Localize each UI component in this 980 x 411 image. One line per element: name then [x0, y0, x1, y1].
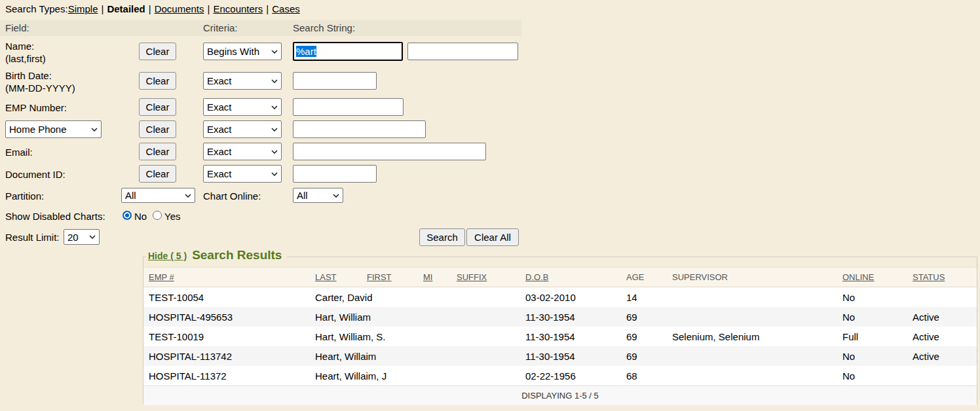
online-cell: No — [839, 307, 909, 327]
document-id-field-label: Document ID: — [5, 168, 66, 181]
name-cell: Heart, Willaim, J — [311, 366, 521, 386]
show-disabled-charts-label: Show Disabled Charts: — [5, 210, 105, 223]
phone-criteria-select[interactable]: Exact — [203, 120, 282, 138]
show-disabled-yes-radio[interactable] — [153, 211, 162, 220]
emp-number-search-input[interactable] — [293, 98, 404, 116]
emp-cell: HOSPITAL-495653 — [143, 307, 311, 327]
chevron-down-icon — [271, 105, 278, 109]
email-criteria-select[interactable]: Exact — [203, 143, 282, 160]
search-results-panel: Hide ( 5 ) Search Results EMP # LAST FIR… — [143, 257, 977, 404]
chevron-down-icon — [271, 172, 278, 176]
tab-documents[interactable]: Documents — [155, 3, 204, 14]
hide-results-link[interactable]: Hide ( 5 ) — [148, 251, 187, 261]
emp-cell: TEST-10019 — [143, 327, 311, 346]
result-row[interactable]: HOSPITAL-495653 Hart, William 11-30-1954… — [143, 307, 977, 327]
emp-cell: TEST-10054 — [143, 287, 311, 308]
result-row[interactable]: HOSPITAL-11372 Heart, Willaim, J 02-22-1… — [143, 366, 977, 386]
result-limit-select[interactable]: 20 — [64, 229, 100, 245]
column-header-mi[interactable]: MI — [419, 268, 453, 287]
column-header-suffix[interactable]: SUFFIX — [453, 268, 521, 287]
document-id-criteria-select[interactable]: Exact — [203, 165, 282, 183]
chevron-down-icon — [89, 235, 96, 239]
phone-clear-button[interactable]: Clear — [139, 120, 176, 138]
name-criteria-select[interactable]: Begins With — [203, 43, 282, 60]
chevron-down-icon — [271, 50, 278, 54]
form-header-bar: Field: Criteria: Search String: — [0, 20, 521, 36]
column-header-first[interactable]: FIRST — [363, 268, 419, 287]
email-clear-button[interactable]: Clear — [139, 143, 176, 160]
online-cell: No — [839, 287, 909, 308]
column-header-online[interactable]: ONLINE — [839, 268, 909, 287]
emp-cell: HOSPITAL-113742 — [143, 346, 311, 366]
partition-field-label: Partition: — [5, 190, 44, 202]
name-field-label: Name:(last,first) — [5, 40, 46, 65]
results-footer-row: DISPLAYING 1-5 / 5 — [143, 386, 977, 406]
email-field-label: Email: — [5, 146, 33, 158]
emp-number-clear-button[interactable]: Clear — [139, 98, 176, 116]
dob-cell: 03-02-2010 — [521, 287, 622, 308]
chevron-down-icon — [333, 194, 339, 198]
name-search-input[interactable]: %art — [293, 42, 403, 61]
criteria-column-header: Criteria: — [203, 22, 238, 33]
chevron-down-icon — [271, 150, 278, 154]
column-header-emp[interactable]: EMP # — [143, 268, 311, 287]
document-id-clear-button[interactable]: Clear — [139, 165, 176, 183]
name-cell: Heart, Willaim — [311, 346, 521, 366]
birth-date-search-input[interactable] — [293, 72, 377, 90]
chevron-down-icon — [91, 128, 98, 132]
document-id-search-input[interactable] — [293, 165, 377, 183]
field-column-header: Field: — [5, 22, 29, 33]
dob-cell: 11-30-1954 — [521, 307, 622, 327]
results-header-row: EMP # LAST FIRST MI SUFFIX D.O.B AGE SUP… — [143, 268, 977, 287]
chevron-down-icon — [271, 128, 278, 132]
chart-online-select[interactable]: All — [293, 188, 343, 203]
show-disabled-no-radio[interactable] — [122, 211, 132, 220]
chevron-down-icon — [185, 194, 191, 198]
emp-number-field-label: EMP Number: — [5, 101, 67, 114]
age-cell: 69 — [622, 346, 668, 366]
birth-date-field-label: Birth Date:(MM-DD-YYYY) — [5, 69, 75, 94]
age-cell: 69 — [622, 327, 668, 346]
column-header-supervisor: SUPERVISOR — [668, 268, 839, 287]
search-results-legend: Hide ( 5 ) Search Results — [146, 248, 287, 262]
name-cell: Hart, William, S. — [311, 327, 521, 346]
chevron-down-icon — [271, 79, 278, 83]
tab-cases[interactable]: Cases — [272, 3, 300, 14]
column-header-status[interactable]: STATUS — [909, 268, 977, 287]
show-disabled-no-label: No — [134, 210, 147, 223]
result-row[interactable]: HOSPITAL-113742 Heart, Willaim 11-30-195… — [143, 346, 977, 366]
partition-select[interactable]: All — [121, 188, 195, 203]
result-row[interactable]: TEST-10054 Carter, David 03-02-2010 14 N… — [143, 287, 977, 308]
emp-cell: HOSPITAL-11372 — [143, 366, 311, 386]
age-cell: 69 — [622, 307, 668, 327]
email-search-input[interactable] — [293, 143, 486, 160]
phone-search-input[interactable] — [293, 120, 426, 138]
name-clear-button[interactable]: Clear — [139, 43, 176, 60]
status-cell: Active — [909, 327, 977, 346]
phone-type-select[interactable]: Home Phone — [5, 120, 102, 138]
supervisor-cell — [668, 287, 839, 308]
emp-number-criteria-select[interactable]: Exact — [203, 98, 282, 116]
age-cell: 68 — [622, 366, 668, 386]
birth-date-criteria-select[interactable]: Exact — [203, 72, 282, 90]
tab-detailed: Detailed — [107, 3, 145, 14]
column-header-dob[interactable]: D.O.B — [521, 268, 622, 287]
nav-separator: | — [208, 3, 210, 14]
column-header-last[interactable]: LAST — [311, 268, 363, 287]
search-results-title: Search Results — [192, 248, 282, 262]
search-button[interactable]: Search — [419, 228, 465, 246]
status-cell: Active — [909, 307, 977, 327]
tab-simple[interactable]: Simple — [68, 3, 98, 14]
dob-cell: 11-30-1954 — [521, 346, 622, 366]
supervisor-cell — [668, 366, 839, 386]
status-cell: Active — [909, 346, 977, 366]
age-cell: 14 — [622, 287, 668, 308]
result-row[interactable]: TEST-10019 Hart, William, S. 11-30-1954 … — [143, 327, 977, 346]
selected-text: %art — [296, 46, 316, 57]
result-limit-label: Result Limit: — [5, 231, 60, 243]
search-string-column-header: Search String: — [293, 22, 355, 33]
tab-encounters[interactable]: Encounters — [213, 3, 263, 14]
first-name-search-input[interactable] — [407, 43, 518, 60]
clear-all-button[interactable]: Clear All — [466, 228, 519, 246]
birth-date-clear-button[interactable]: Clear — [139, 72, 176, 90]
